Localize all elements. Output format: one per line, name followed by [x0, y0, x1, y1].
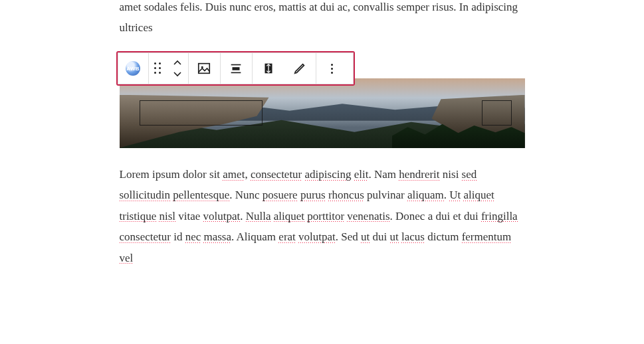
spellcheck-word[interactable]: sollicitudin — [120, 189, 171, 201]
focal-point-box-left[interactable] — [140, 100, 263, 126]
spellcheck-word[interactable]: amet — [223, 168, 245, 181]
svg-rect-0 — [199, 64, 210, 74]
paragraph-block[interactable]: Lorem ipsum dolor sit amet, consectetur … — [120, 164, 525, 268]
edit-button[interactable] — [284, 53, 316, 84]
text-run: nisi — [440, 168, 462, 181]
block-toolbar: AWB — [118, 52, 354, 84]
spellcheck-word[interactable]: fringilla — [481, 210, 518, 222]
pencil-icon — [292, 61, 307, 76]
align-button[interactable] — [221, 53, 253, 84]
spellcheck-word[interactable]: venenatis — [347, 210, 389, 222]
spellcheck-word[interactable]: massa — [203, 230, 231, 243]
text-run: id — [171, 230, 185, 243]
drag-handle[interactable] — [149, 53, 167, 84]
text-run: . Aliquam — [231, 230, 278, 243]
text-run: . — [444, 189, 450, 201]
spellcheck-word[interactable]: aliquet — [463, 189, 494, 201]
spellcheck-word[interactable]: volutpat — [203, 210, 241, 222]
text-run: . Nunc — [229, 189, 263, 201]
spellcheck-word[interactable]: nec — [185, 230, 201, 243]
spellcheck-word[interactable]: posuere — [263, 189, 298, 201]
spellcheck-word[interactable]: Nulla — [246, 210, 271, 222]
spellcheck-word[interactable]: volutpat — [298, 230, 336, 243]
spellcheck-word[interactable]: sed — [462, 168, 477, 181]
full-height-button[interactable] — [253, 53, 284, 84]
text-run: dui — [370, 230, 389, 243]
editor-canvas: venenatis. Donec a dui et dui fringilla … — [120, 0, 525, 268]
more-options-button[interactable] — [316, 53, 348, 84]
block-type-button[interactable]: AWB — [118, 53, 149, 84]
spellcheck-word[interactable]: ut — [361, 230, 370, 243]
move-buttons[interactable] — [167, 53, 189, 84]
full-height-icon — [261, 61, 276, 76]
spellcheck-word[interactable]: nisl — [159, 210, 175, 222]
spellcheck-word[interactable]: vel — [120, 252, 134, 264]
image-icon — [197, 61, 211, 76]
spellcheck-word[interactable]: elit — [354, 168, 369, 181]
text-run: Lorem ipsum dolor sit — [120, 168, 223, 181]
spellcheck-word[interactable]: consectetur — [251, 168, 302, 181]
text-run: dictum — [425, 230, 462, 243]
spellcheck-word[interactable]: tristique — [120, 210, 157, 222]
awb-logo-icon: AWB — [126, 61, 140, 76]
text-run — [302, 168, 304, 181]
block-toolbar-highlight: AWB — [116, 51, 355, 86]
spellcheck-word[interactable]: aliquam — [407, 189, 444, 201]
spellcheck-word[interactable]: aliquet — [274, 210, 304, 222]
chevron-down-icon — [173, 70, 181, 78]
spellcheck-word[interactable]: erat — [278, 230, 295, 243]
spellcheck-word[interactable]: fermentum — [462, 230, 512, 243]
spellcheck-word[interactable]: ut — [390, 230, 399, 243]
spellcheck-word[interactable]: porttitor — [307, 210, 344, 222]
svg-rect-3 — [233, 67, 240, 70]
more-icon — [331, 64, 333, 74]
text-run: vitae — [175, 210, 203, 222]
awb-image-block[interactable] — [120, 78, 525, 148]
spellcheck-word[interactable]: rhoncus — [328, 189, 364, 201]
focal-point-box-right[interactable] — [482, 100, 512, 126]
paragraph-block[interactable]: venenatis. Donec a dui et dui fringilla … — [120, 0, 525, 39]
chevron-up-icon — [173, 59, 181, 67]
spellcheck-word[interactable]: lacus — [401, 230, 425, 243]
text-run: . — [240, 210, 246, 222]
spellcheck-word[interactable]: adipiscing — [305, 168, 352, 181]
spellcheck-word[interactable]: consectetur — [120, 230, 171, 243]
spellcheck-word[interactable]: pellentesque — [173, 189, 229, 201]
text-run: , — [245, 168, 251, 181]
drag-icon — [154, 62, 162, 74]
text-run: . Sed — [336, 230, 361, 243]
spellcheck-word[interactable]: purus — [300, 189, 326, 201]
image-button[interactable] — [189, 53, 221, 84]
align-icon — [229, 61, 243, 76]
spellcheck-word[interactable]: hendrerit — [399, 168, 439, 181]
text-run: . Nam — [368, 168, 399, 181]
spellcheck-word[interactable]: Ut — [449, 189, 461, 201]
text-run: pulvinar — [364, 189, 407, 201]
text-run: . Donec a dui et dui — [390, 210, 481, 222]
